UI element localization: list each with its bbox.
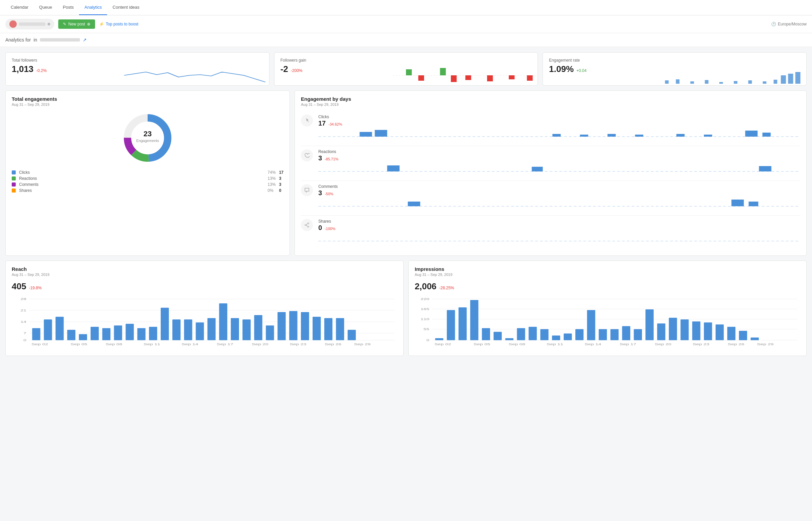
reach-value-row: 405 -19.8% [12, 281, 397, 292]
timezone-value: Europe/Moscow [778, 22, 807, 26]
svg-rect-128 [645, 309, 653, 340]
reactions-bar-chart [318, 164, 800, 176]
new-post-button[interactable]: ✎ New post ⊕ [58, 19, 95, 29]
svg-text:Sep 14: Sep 14 [584, 342, 601, 346]
svg-rect-80 [242, 319, 250, 340]
svg-rect-6 [487, 75, 493, 82]
tab-analytics[interactable]: Analytics [79, 0, 107, 15]
svg-rect-118 [529, 327, 536, 340]
svg-rect-7 [509, 75, 514, 80]
shares-metric-val: 0 [318, 224, 322, 232]
bottom-row: Reach Aug 31 – Sep 29, 2019 405 -19.8% 2… [5, 260, 807, 356]
svg-rect-87 [324, 318, 332, 340]
engagement-rate-change: +0.04 [576, 68, 586, 73]
svg-rect-71 [137, 328, 145, 340]
clicks-metric-val-row: 17 -34.62% [318, 119, 800, 127]
reactions-metric-row: Reactions 3 -85.71% [301, 146, 800, 181]
svg-text:14: 14 [20, 320, 26, 324]
svg-rect-111 [447, 310, 455, 340]
svg-rect-9 [665, 81, 669, 84]
shares-metric-name: Shares [318, 219, 800, 224]
engagements-legend: Clicks 74% 17 Reactions 13% 3 Comments 1… [12, 170, 283, 193]
svg-rect-68 [102, 328, 111, 340]
followers-gain-card: Followers gain -2 -200% [274, 52, 538, 86]
svg-rect-39 [387, 165, 400, 172]
svg-rect-19 [788, 74, 793, 84]
tab-content-ideas[interactable]: Content ideas [107, 0, 145, 15]
engagement-rate-value: 1.09% [549, 64, 574, 74]
comments-metric-change: -50% [325, 192, 333, 196]
top-nav: Calendar Queue Posts Analytics Content i… [0, 0, 812, 16]
svg-rect-36 [745, 131, 758, 137]
comments-bar-chart [318, 199, 800, 211]
svg-text:55: 55 [423, 327, 429, 331]
svg-rect-64 [55, 317, 64, 340]
svg-rect-20 [796, 72, 801, 84]
svg-rect-89 [348, 330, 356, 340]
comments-metric-info: Comments 3 -50% [318, 184, 800, 212]
svg-rect-45 [749, 202, 759, 206]
svg-rect-134 [716, 324, 724, 340]
svg-rect-121 [564, 334, 572, 340]
reactions-metric-change: -85.71% [325, 157, 339, 161]
svg-rect-69 [114, 325, 122, 340]
tab-calendar[interactable]: Calendar [5, 0, 34, 15]
reach-value: 405 [12, 281, 26, 292]
svg-line-49 [306, 224, 308, 225]
clicks-icon [301, 114, 313, 127]
svg-rect-120 [552, 336, 560, 340]
svg-rect-67 [91, 327, 99, 340]
svg-text:0: 0 [426, 339, 430, 342]
comments-metric-val: 3 [318, 189, 322, 197]
dropdown-icon: ⊕ [87, 22, 90, 26]
account-name [19, 22, 46, 26]
svg-rect-126 [622, 326, 630, 340]
svg-text:28: 28 [20, 297, 26, 301]
external-link-icon[interactable]: ↗ [83, 37, 87, 43]
impressions-value: 2,006 [415, 281, 437, 292]
tab-queue[interactable]: Queue [34, 0, 57, 15]
page-header: Analytics for in ↗ [0, 33, 812, 47]
svg-rect-117 [517, 328, 525, 340]
svg-rect-132 [692, 321, 700, 340]
svg-rect-75 [184, 319, 192, 340]
svg-text:Sep 23: Sep 23 [693, 342, 709, 346]
tab-posts[interactable]: Posts [57, 0, 79, 15]
shares-icon [301, 219, 313, 231]
boost-button[interactable]: ⚡ Top posts to boost [99, 22, 138, 26]
account-selector[interactable] [5, 19, 54, 29]
reach-change: -19.8% [29, 286, 42, 290]
donut-container: 23 Engagements [12, 111, 283, 165]
svg-rect-29 [375, 130, 387, 137]
reactions-metric-val-row: 3 -85.71% [318, 154, 800, 162]
svg-rect-3 [418, 75, 424, 81]
comments-color [12, 182, 16, 186]
total-followers-value: 1,013 [12, 64, 33, 74]
impressions-value-row: 2,006 -28.25% [415, 281, 800, 292]
svg-text:Sep 08: Sep 08 [509, 342, 526, 346]
clicks-val: 17 [279, 170, 283, 175]
clicks-metric-val: 17 [318, 119, 326, 127]
engagement-days-subtitle: Aug 31 – Sep 29, 2019 [301, 103, 800, 107]
total-followers-card: Total followers 1,013 -0.2% [5, 52, 270, 86]
svg-rect-135 [727, 327, 735, 340]
clicks-legend-label: Clicks [19, 170, 264, 175]
followers-gain-chart [393, 65, 538, 85]
clock-icon: 🕐 [771, 22, 776, 26]
svg-rect-66 [79, 334, 87, 340]
svg-rect-127 [634, 329, 642, 340]
svg-rect-129 [657, 323, 665, 340]
clicks-metric-change: -34.62% [328, 122, 342, 126]
svg-rect-44 [731, 200, 744, 206]
middle-row: Total engagements Aug 31 – Sep 29, 2019 [5, 90, 807, 256]
svg-rect-62 [32, 328, 40, 340]
svg-rect-115 [494, 332, 502, 340]
svg-text:Sep 05: Sep 05 [71, 342, 87, 346]
reach-card: Reach Aug 31 – Sep 29, 2019 405 -19.8% 2… [5, 260, 404, 356]
new-post-label: New post [68, 22, 85, 26]
impressions-change: -28.25% [439, 286, 454, 290]
engagement-rate-label: Engagement rate [549, 58, 800, 63]
shares-metric-val-row: 0 -100% [318, 224, 800, 232]
reach-bar-chart: 28 21 14 7 0 [12, 296, 397, 349]
main-content: Total followers 1,013 -0.2% Followers ga… [0, 47, 812, 361]
